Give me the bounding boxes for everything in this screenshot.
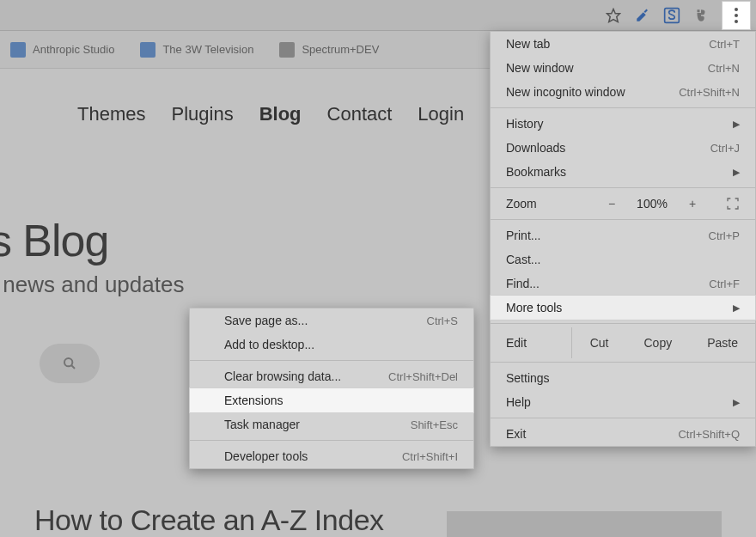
menu-item-label: Find...: [506, 277, 709, 290]
menu-item-add-to-desktop[interactable]: Add to desktop...: [190, 333, 473, 357]
nav-item-login[interactable]: Login: [418, 103, 464, 125]
menu-separator: [491, 107, 755, 108]
hero-title: es Blog: [0, 215, 184, 266]
menu-item-label: Developer tools: [224, 449, 402, 463]
menu-item-label: New tab: [506, 37, 709, 51]
menu-item-bookmarks[interactable]: Bookmarks ▶: [491, 160, 755, 184]
svg-point-3: [735, 14, 738, 17]
zoom-out-button[interactable]: −: [604, 197, 619, 211]
star-icon[interactable]: [601, 3, 625, 27]
menu-item-print[interactable]: Print... Ctrl+P: [491, 223, 755, 247]
menu-item-label: New incognito window: [506, 85, 679, 99]
menu-item-zoom: Zoom − 100% +: [491, 192, 755, 216]
menu-item-shortcut: Ctrl+F: [709, 278, 740, 290]
article-title: How to Create an A-Z Index: [34, 503, 384, 537]
nav-item-plugins[interactable]: Plugins: [171, 103, 233, 125]
hero-subtitle: ent news and updates: [0, 272, 184, 298]
article-thumbnail: [447, 511, 722, 537]
fullscreen-icon[interactable]: [726, 197, 740, 211]
menu-item-label: Settings: [506, 371, 740, 385]
chevron-right-icon: ▶: [733, 302, 740, 314]
menu-separator: [491, 362, 755, 363]
menu-item-label: Help: [506, 395, 726, 409]
menu-item-label: Clear browsing data...: [224, 369, 388, 383]
menu-item-label: Task manager: [224, 418, 411, 431]
menu-item-label: Cast...: [506, 253, 740, 266]
bookmark-favicon-icon: [279, 42, 295, 58]
svg-line-6: [71, 365, 75, 369]
menu-item-shortcut: Ctrl+T: [709, 38, 740, 51]
menu-item-shortcut: Ctrl+N: [708, 62, 740, 75]
menu-item-shortcut: Ctrl+Shift+Q: [678, 428, 740, 441]
menu-item-new-tab[interactable]: New tab Ctrl+T: [491, 32, 755, 56]
svg-marker-0: [607, 9, 620, 21]
menu-item-label: Bookmarks: [506, 165, 726, 179]
chrome-menu-button[interactable]: [722, 1, 751, 30]
zoom-value: 100%: [633, 197, 671, 211]
edit-paste-button[interactable]: Paste: [689, 327, 755, 358]
search-button[interactable]: [40, 344, 100, 383]
menu-item-label: More tools: [506, 301, 726, 314]
menu-item-label: Add to desktop...: [224, 338, 458, 351]
menu-item-label: Save page as...: [224, 314, 427, 327]
menu-item-label: Zoom: [506, 197, 595, 211]
menu-item-label: Print...: [506, 229, 709, 242]
menu-item-settings[interactable]: Settings: [491, 366, 755, 390]
menu-item-edit: Edit Cut Copy Paste: [491, 327, 755, 358]
menu-item-more-tools[interactable]: More tools ▶: [491, 296, 755, 320]
bookmark-label: The 3W Television: [162, 43, 253, 56]
bookmark-favicon-icon: [140, 42, 155, 58]
evernote-icon[interactable]: [689, 3, 713, 27]
menu-item-exit[interactable]: Exit Ctrl+Shift+Q: [491, 422, 755, 446]
menu-item-label: Exit: [506, 427, 678, 441]
menu-separator: [491, 323, 755, 324]
menu-item-clear-browsing-data[interactable]: Clear browsing data... Ctrl+Shift+Del: [190, 364, 473, 388]
menu-item-shortcut: Ctrl+S: [427, 314, 458, 327]
eyedropper-icon[interactable]: [631, 3, 655, 27]
svg-point-5: [64, 358, 72, 366]
bookmark-item[interactable]: Anthropic Studio: [10, 42, 114, 58]
menu-item-downloads[interactable]: Downloads Ctrl+J: [491, 136, 755, 160]
bookmark-item[interactable]: Spectrum+DEV: [279, 42, 379, 58]
menu-item-label: History: [506, 117, 726, 131]
chevron-right-icon: ▶: [733, 167, 740, 178]
menu-separator: [190, 440, 473, 441]
nav-item-blog[interactable]: Blog: [259, 103, 302, 125]
svg-point-2: [735, 8, 738, 11]
menu-item-save-page[interactable]: Save page as... Ctrl+S: [190, 308, 473, 333]
chrome-main-menu: New tab Ctrl+T New window Ctrl+N New inc…: [490, 31, 756, 447]
search-icon: [63, 357, 76, 370]
menu-item-shortcut: Ctrl+J: [710, 142, 740, 155]
bookmark-label: Spectrum+DEV: [302, 43, 379, 56]
menu-item-new-window[interactable]: New window Ctrl+N: [491, 56, 755, 80]
bookmark-label: Anthropic Studio: [33, 43, 114, 56]
edit-copy-button[interactable]: Copy: [626, 327, 690, 358]
menu-item-label: Edit: [506, 336, 571, 350]
nav-item-themes[interactable]: Themes: [77, 103, 145, 125]
edit-cut-button[interactable]: Cut: [572, 327, 626, 358]
hero: es Blog ent news and updates: [0, 215, 184, 298]
chevron-right-icon: ▶: [733, 119, 740, 130]
more-tools-submenu: Save page as... Ctrl+S Add to desktop...…: [189, 308, 474, 469]
menu-item-label: Extensions: [224, 394, 458, 407]
chrome-toolbar: [0, 0, 756, 31]
menu-item-new-incognito[interactable]: New incognito window Ctrl+Shift+N: [491, 80, 755, 104]
menu-item-history[interactable]: History ▶: [491, 112, 755, 136]
nav-item-contact[interactable]: Contact: [327, 103, 393, 125]
menu-item-shortcut: Ctrl+Shift+N: [679, 86, 740, 99]
menu-separator: [491, 418, 755, 418]
menu-item-shortcut: Ctrl+Shift+I: [402, 450, 458, 463]
zoom-in-button[interactable]: +: [685, 197, 700, 211]
menu-item-extensions[interactable]: Extensions: [190, 388, 473, 412]
bookmark-item[interactable]: The 3W Television: [140, 42, 253, 58]
menu-item-shortcut: Shift+Esc: [411, 418, 458, 431]
menu-item-cast[interactable]: Cast...: [491, 247, 755, 272]
menu-item-shortcut: Ctrl+P: [709, 229, 740, 242]
chevron-right-icon: ▶: [733, 397, 740, 408]
menu-item-find[interactable]: Find... Ctrl+F: [491, 272, 755, 296]
menu-item-developer-tools[interactable]: Developer tools Ctrl+Shift+I: [190, 444, 473, 468]
menu-item-task-manager[interactable]: Task manager Shift+Esc: [190, 412, 473, 436]
menu-item-label: Downloads: [506, 141, 710, 155]
menu-item-help[interactable]: Help ▶: [491, 390, 755, 414]
s-logo-icon[interactable]: [660, 3, 684, 27]
